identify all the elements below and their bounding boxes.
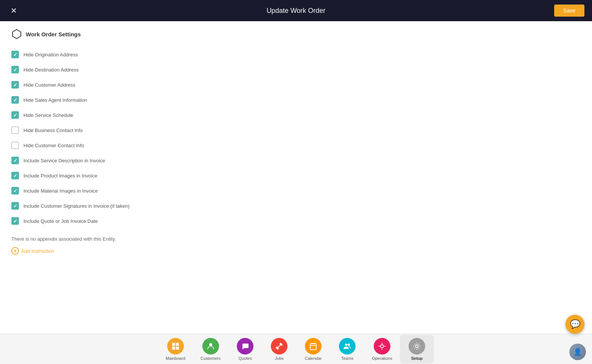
- nav-label-setup: Setup: [411, 356, 423, 361]
- checkbox-item-include-product-images[interactable]: Include Product Images in Invoice: [11, 168, 581, 183]
- page-title: Update Work Order: [267, 7, 326, 15]
- nav-icon-quotes: [237, 338, 253, 355]
- nav-label-teams: Teams: [341, 356, 353, 361]
- checkbox-item-include-service-desc[interactable]: Include Service Description in Invoice: [11, 153, 581, 168]
- user-avatar[interactable]: 👤: [569, 344, 586, 360]
- checkbox-label-include-quote-date: Include Quote or Job Invoice Date: [23, 218, 98, 224]
- add-instruction-label: Add Instruction: [21, 248, 54, 254]
- nav-icon-calendar: [305, 338, 322, 355]
- checkboxes-container: Hide Origination AddressHide Destination…: [11, 47, 581, 229]
- section-header: Work Order Settings: [11, 29, 581, 39]
- main-content: Work Order Settings Hide Origination Add…: [0, 21, 592, 334]
- checkbox-hide-customer-contact[interactable]: [11, 142, 19, 149]
- nav-icon-mainboard: [167, 338, 184, 355]
- checkbox-item-include-quote-date[interactable]: Include Quote or Job Invoice Date: [11, 213, 581, 229]
- checkbox-hide-service-schedule[interactable]: [11, 111, 19, 119]
- add-instruction-link[interactable]: + Add Instruction: [11, 247, 581, 255]
- checkbox-label-hide-customer-contact: Hide Customer Contact Info: [23, 143, 84, 148]
- nav-item-calendar[interactable]: Calendar: [296, 335, 330, 364]
- checkbox-item-hide-business-contact[interactable]: Hide Business Contact Info: [11, 123, 581, 138]
- nav-icon-setup: [409, 338, 425, 355]
- nav-item-operations[interactable]: Operations: [364, 335, 400, 364]
- checkbox-label-hide-business-contact: Hide Business Contact Info: [23, 128, 83, 133]
- nav-label-operations: Operations: [372, 356, 392, 361]
- settings-hex-icon: [11, 29, 22, 39]
- svg-rect-1: [172, 343, 175, 346]
- checkbox-include-customer-signatures[interactable]: [11, 202, 19, 210]
- section-title: Work Order Settings: [26, 31, 81, 37]
- checkbox-include-material-images[interactable]: [11, 187, 19, 194]
- checkbox-item-hide-sales-agent[interactable]: Hide Sales Agent Information: [11, 92, 581, 107]
- svg-point-12: [348, 344, 350, 346]
- checkbox-hide-destination[interactable]: [11, 66, 19, 73]
- nav-label-mainboard: Mainboard: [166, 356, 185, 361]
- svg-rect-4: [176, 347, 179, 350]
- checkbox-include-quote-date[interactable]: [11, 217, 19, 225]
- appendix-text: There is no appendix associated with thi…: [11, 236, 581, 242]
- nav-item-quotes[interactable]: Quotes: [228, 335, 262, 364]
- bottom-nav: MainboardCustomersQuotesJobsCalendarTeam…: [0, 334, 592, 364]
- checkbox-item-hide-origination[interactable]: Hide Origination Address: [11, 47, 581, 62]
- checkbox-item-include-customer-signatures[interactable]: Include Customer Signatures in Invoice (…: [11, 198, 581, 213]
- nav-item-teams[interactable]: Teams: [330, 335, 364, 364]
- nav-items: MainboardCustomersQuotesJobsCalendarTeam…: [158, 335, 434, 364]
- svg-rect-7: [310, 344, 316, 350]
- nav-label-quotes: Quotes: [238, 356, 252, 361]
- checkbox-item-include-material-images[interactable]: Include Material Images in Invoice: [11, 183, 581, 198]
- nav-label-customers: Customers: [200, 356, 221, 361]
- nav-label-calendar: Calendar: [305, 356, 322, 361]
- svg-rect-2: [176, 343, 179, 346]
- svg-point-5: [209, 343, 212, 346]
- nav-icon-customers: [202, 338, 219, 355]
- svg-point-11: [345, 344, 347, 346]
- checkbox-label-hide-sales-agent: Hide Sales Agent Information: [23, 97, 87, 103]
- checkbox-include-product-images[interactable]: [11, 172, 19, 179]
- close-button[interactable]: ✕: [8, 5, 20, 17]
- checkbox-include-service-desc[interactable]: [11, 157, 19, 164]
- svg-marker-0: [12, 30, 21, 39]
- chat-icon: 💬: [570, 319, 580, 329]
- nav-item-jobs[interactable]: Jobs: [262, 335, 296, 364]
- save-button[interactable]: Save: [554, 5, 584, 17]
- checkbox-label-include-material-images: Include Material Images in Invoice: [23, 188, 98, 194]
- checkbox-label-hide-service-schedule: Hide Service Schedule: [23, 112, 73, 118]
- checkbox-item-hide-customer-contact[interactable]: Hide Customer Contact Info: [11, 138, 581, 153]
- nav-item-setup[interactable]: Setup: [400, 335, 434, 364]
- checkbox-label-hide-origination: Hide Origination Address: [23, 52, 78, 58]
- nav-item-mainboard[interactable]: Mainboard: [158, 335, 193, 364]
- nav-icon-operations: [374, 338, 390, 355]
- avatar-image: 👤: [569, 344, 586, 360]
- nav-label-jobs: Jobs: [275, 356, 284, 361]
- add-instruction-icon: +: [11, 247, 19, 255]
- checkbox-item-hide-service-schedule[interactable]: Hide Service Schedule: [11, 107, 581, 123]
- nav-item-customers[interactable]: Customers: [193, 335, 228, 364]
- checkbox-label-include-product-images: Include Product Images in Invoice: [23, 173, 97, 179]
- chat-bubble-button[interactable]: 💬: [566, 315, 584, 334]
- svg-rect-3: [172, 347, 175, 350]
- nav-icon-jobs: [271, 338, 287, 355]
- checkbox-label-include-customer-signatures: Include Customer Signatures in Invoice (…: [23, 203, 129, 209]
- checkbox-label-hide-destination: Hide Destination Address: [23, 67, 79, 73]
- header: ✕ Update Work Order Save: [0, 0, 592, 21]
- checkbox-hide-origination[interactable]: [11, 51, 19, 58]
- checkbox-hide-customer-address[interactable]: [11, 81, 19, 89]
- checkbox-hide-business-contact[interactable]: [11, 126, 19, 134]
- checkbox-label-hide-customer-address: Hide Customer Address: [23, 82, 75, 88]
- checkbox-item-hide-destination[interactable]: Hide Destination Address: [11, 62, 581, 77]
- svg-point-13: [381, 345, 384, 348]
- checkbox-label-include-service-desc: Include Service Description in Invoice: [23, 158, 105, 163]
- checkbox-hide-sales-agent[interactable]: [11, 96, 19, 104]
- svg-point-18: [415, 345, 418, 347]
- checkbox-item-hide-customer-address[interactable]: Hide Customer Address: [11, 77, 581, 92]
- nav-icon-teams: [339, 338, 356, 355]
